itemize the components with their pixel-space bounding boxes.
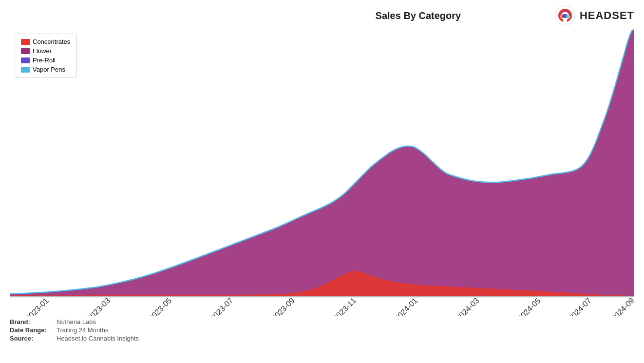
chart-svg: 2023-01 2023-03 2023-05 2023-07 2023-09 …	[10, 29, 634, 316]
legend-label-vapor-pens: Vapor Pens	[33, 66, 65, 73]
footer-source-row: Source: Headset.io Cannabis Insights	[10, 335, 634, 342]
legend-color-flower	[21, 48, 30, 54]
svg-text:2024-05: 2024-05	[515, 296, 542, 316]
page-container: Sales By Category HEADSET Concentrates	[0, 0, 644, 363]
footer-date-row: Date Range: Trailing 24 Months	[10, 326, 634, 334]
svg-text:2023-07: 2023-07	[208, 296, 234, 316]
headset-logo-icon	[554, 5, 576, 26]
svg-text:2023-11: 2023-11	[331, 296, 358, 316]
source-value: Headset.io Cannabis Insights	[57, 335, 139, 342]
legend-item-concentrates: Concentrates	[21, 38, 70, 45]
svg-text:2024-01: 2024-01	[393, 296, 419, 316]
date-range-value: Trailing 24 Months	[57, 326, 108, 334]
brand-value: Nuthena Labs	[57, 318, 96, 325]
chart-title: Sales By Category	[282, 10, 554, 21]
footer-brand-row: Brand: Nuthena Labs	[10, 318, 634, 325]
legend-color-concentrates	[21, 39, 30, 45]
chart-container: Concentrates Flower Pre-Roll Vapor Pens	[10, 29, 634, 316]
svg-text:2024-03: 2024-03	[454, 296, 480, 316]
logo-area: HEADSET	[554, 5, 634, 26]
header: Sales By Category HEADSET	[0, 0, 644, 29]
legend-label-concentrates: Concentrates	[33, 38, 70, 45]
svg-text:2023-05: 2023-05	[147, 296, 173, 316]
legend-item-preroll: Pre-Roll	[21, 57, 70, 64]
legend-color-vapor-pens	[21, 67, 30, 73]
footer: Brand: Nuthena Labs Date Range: Trailing…	[0, 316, 644, 345]
svg-text:2024-07: 2024-07	[567, 296, 593, 316]
source-label: Source:	[10, 335, 54, 342]
chart-legend: Concentrates Flower Pre-Roll Vapor Pens	[15, 34, 76, 77]
legend-color-preroll	[21, 57, 30, 63]
svg-text:2024-09: 2024-09	[609, 296, 634, 316]
svg-text:2023-01: 2023-01	[24, 296, 50, 316]
logo-text: HEADSET	[580, 9, 634, 22]
svg-text:2023-03: 2023-03	[85, 296, 112, 316]
legend-label-preroll: Pre-Roll	[33, 57, 56, 64]
brand-label: Brand:	[10, 318, 54, 325]
legend-item-vapor-pens: Vapor Pens	[21, 66, 70, 73]
legend-label-flower: Flower	[33, 47, 52, 55]
legend-item-flower: Flower	[21, 47, 70, 55]
date-range-label: Date Range:	[10, 326, 54, 334]
svg-text:2023-09: 2023-09	[270, 296, 296, 316]
